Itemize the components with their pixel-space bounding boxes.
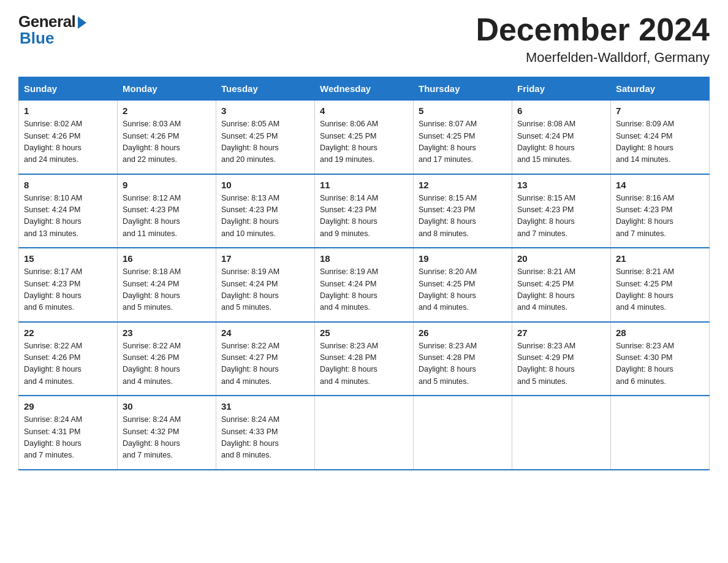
day-number: 30 xyxy=(123,401,211,412)
page-header: General Blue December 2024 Moerfelden-Wa… xyxy=(18,12,710,66)
calendar-cell xyxy=(512,396,611,470)
calendar-week-row: 29Sunrise: 8:24 AM Sunset: 4:31 PM Dayli… xyxy=(19,396,710,470)
day-number: 19 xyxy=(419,253,507,264)
day-number: 1 xyxy=(24,105,112,116)
day-info: Sunrise: 8:19 AM Sunset: 4:24 PM Dayligh… xyxy=(320,266,408,314)
calendar-cell: 15Sunrise: 8:17 AM Sunset: 4:23 PM Dayli… xyxy=(19,248,118,322)
day-info: Sunrise: 8:22 AM Sunset: 4:26 PM Dayligh… xyxy=(24,340,112,388)
day-info: Sunrise: 8:14 AM Sunset: 4:23 PM Dayligh… xyxy=(320,193,408,240)
calendar-cell: 26Sunrise: 8:23 AM Sunset: 4:28 PM Dayli… xyxy=(414,322,512,396)
calendar-cell: 16Sunrise: 8:18 AM Sunset: 4:24 PM Dayli… xyxy=(118,248,216,322)
day-info: Sunrise: 8:10 AM Sunset: 4:24 PM Dayligh… xyxy=(24,193,112,240)
calendar-cell: 10Sunrise: 8:13 AM Sunset: 4:23 PM Dayli… xyxy=(216,174,315,248)
day-info: Sunrise: 8:09 AM Sunset: 4:24 PM Dayligh… xyxy=(616,118,704,166)
day-number: 13 xyxy=(517,180,605,190)
day-number: 4 xyxy=(320,105,408,116)
day-number: 27 xyxy=(517,327,605,338)
day-number: 18 xyxy=(320,253,408,264)
calendar-cell: 14Sunrise: 8:16 AM Sunset: 4:23 PM Dayli… xyxy=(611,174,710,248)
calendar-cell: 23Sunrise: 8:22 AM Sunset: 4:26 PM Dayli… xyxy=(118,322,216,396)
day-info: Sunrise: 8:13 AM Sunset: 4:23 PM Dayligh… xyxy=(221,193,309,240)
day-number: 6 xyxy=(517,105,605,116)
day-number: 23 xyxy=(123,327,211,338)
calendar-cell: 24Sunrise: 8:22 AM Sunset: 4:27 PM Dayli… xyxy=(216,322,315,396)
calendar-cell: 21Sunrise: 8:21 AM Sunset: 4:25 PM Dayli… xyxy=(611,248,710,322)
title-block: December 2024 Moerfelden-Walldorf, Germa… xyxy=(476,12,710,66)
day-number: 16 xyxy=(123,253,211,264)
day-number: 3 xyxy=(221,105,309,116)
calendar-table: SundayMondayTuesdayWednesdayThursdayFrid… xyxy=(18,77,710,470)
day-info: Sunrise: 8:02 AM Sunset: 4:26 PM Dayligh… xyxy=(24,118,112,166)
day-number: 29 xyxy=(24,401,112,412)
day-info: Sunrise: 8:17 AM Sunset: 4:23 PM Dayligh… xyxy=(24,266,112,314)
calendar-week-row: 15Sunrise: 8:17 AM Sunset: 4:23 PM Dayli… xyxy=(19,248,710,322)
calendar-cell: 22Sunrise: 8:22 AM Sunset: 4:26 PM Dayli… xyxy=(19,322,118,396)
day-info: Sunrise: 8:22 AM Sunset: 4:27 PM Dayligh… xyxy=(221,340,309,388)
calendar-cell: 4Sunrise: 8:06 AM Sunset: 4:25 PM Daylig… xyxy=(315,101,414,174)
day-number: 31 xyxy=(221,401,309,412)
calendar-cell: 30Sunrise: 8:24 AM Sunset: 4:32 PM Dayli… xyxy=(118,396,216,470)
calendar-cell: 18Sunrise: 8:19 AM Sunset: 4:24 PM Dayli… xyxy=(315,248,414,322)
calendar-cell: 27Sunrise: 8:23 AM Sunset: 4:29 PM Dayli… xyxy=(512,322,611,396)
calendar-cell: 6Sunrise: 8:08 AM Sunset: 4:24 PM Daylig… xyxy=(512,101,611,174)
calendar-cell: 3Sunrise: 8:05 AM Sunset: 4:25 PM Daylig… xyxy=(216,101,315,174)
day-number: 12 xyxy=(419,180,507,190)
day-info: Sunrise: 8:23 AM Sunset: 4:28 PM Dayligh… xyxy=(419,340,507,388)
day-number: 15 xyxy=(24,253,112,264)
day-info: Sunrise: 8:22 AM Sunset: 4:26 PM Dayligh… xyxy=(123,340,211,388)
calendar-cell: 31Sunrise: 8:24 AM Sunset: 4:33 PM Dayli… xyxy=(216,396,315,470)
header-monday: Monday xyxy=(118,77,216,101)
header-saturday: Saturday xyxy=(611,77,710,101)
day-info: Sunrise: 8:07 AM Sunset: 4:25 PM Dayligh… xyxy=(419,118,507,166)
calendar-cell xyxy=(611,396,710,470)
day-number: 2 xyxy=(123,105,211,116)
calendar-cell: 29Sunrise: 8:24 AM Sunset: 4:31 PM Dayli… xyxy=(19,396,118,470)
calendar-cell: 2Sunrise: 8:03 AM Sunset: 4:26 PM Daylig… xyxy=(118,101,216,174)
day-info: Sunrise: 8:19 AM Sunset: 4:24 PM Dayligh… xyxy=(221,266,309,314)
day-info: Sunrise: 8:06 AM Sunset: 4:25 PM Dayligh… xyxy=(320,118,408,166)
day-number: 10 xyxy=(221,180,309,190)
day-number: 11 xyxy=(320,180,408,190)
day-number: 24 xyxy=(221,327,309,338)
logo-blue-text: Blue xyxy=(18,29,54,48)
day-info: Sunrise: 8:08 AM Sunset: 4:24 PM Dayligh… xyxy=(517,118,605,166)
calendar-cell xyxy=(315,396,414,470)
calendar-cell: 7Sunrise: 8:09 AM Sunset: 4:24 PM Daylig… xyxy=(611,101,710,174)
header-wednesday: Wednesday xyxy=(315,77,414,101)
header-friday: Friday xyxy=(512,77,611,101)
day-info: Sunrise: 8:15 AM Sunset: 4:23 PM Dayligh… xyxy=(517,193,605,240)
day-info: Sunrise: 8:23 AM Sunset: 4:28 PM Dayligh… xyxy=(320,340,408,388)
day-info: Sunrise: 8:05 AM Sunset: 4:25 PM Dayligh… xyxy=(221,118,309,166)
day-info: Sunrise: 8:23 AM Sunset: 4:29 PM Dayligh… xyxy=(517,340,605,388)
calendar-cell: 20Sunrise: 8:21 AM Sunset: 4:25 PM Dayli… xyxy=(512,248,611,322)
day-info: Sunrise: 8:21 AM Sunset: 4:25 PM Dayligh… xyxy=(616,266,704,314)
day-number: 21 xyxy=(616,253,704,264)
calendar-cell: 11Sunrise: 8:14 AM Sunset: 4:23 PM Dayli… xyxy=(315,174,414,248)
calendar-cell: 28Sunrise: 8:23 AM Sunset: 4:30 PM Dayli… xyxy=(611,322,710,396)
calendar-week-row: 1Sunrise: 8:02 AM Sunset: 4:26 PM Daylig… xyxy=(19,101,710,174)
day-info: Sunrise: 8:16 AM Sunset: 4:23 PM Dayligh… xyxy=(616,193,704,240)
day-info: Sunrise: 8:03 AM Sunset: 4:26 PM Dayligh… xyxy=(123,118,211,166)
calendar-cell: 19Sunrise: 8:20 AM Sunset: 4:25 PM Dayli… xyxy=(414,248,512,322)
day-info: Sunrise: 8:20 AM Sunset: 4:25 PM Dayligh… xyxy=(419,266,507,314)
calendar-cell: 1Sunrise: 8:02 AM Sunset: 4:26 PM Daylig… xyxy=(19,101,118,174)
day-info: Sunrise: 8:12 AM Sunset: 4:23 PM Dayligh… xyxy=(123,193,211,240)
day-number: 22 xyxy=(24,327,112,338)
logo-arrow-icon xyxy=(78,17,86,29)
header-thursday: Thursday xyxy=(414,77,512,101)
calendar-cell: 5Sunrise: 8:07 AM Sunset: 4:25 PM Daylig… xyxy=(414,101,512,174)
header-tuesday: Tuesday xyxy=(216,77,315,101)
day-number: 26 xyxy=(419,327,507,338)
calendar-cell: 25Sunrise: 8:23 AM Sunset: 4:28 PM Dayli… xyxy=(315,322,414,396)
calendar-header-row: SundayMondayTuesdayWednesdayThursdayFrid… xyxy=(19,77,710,101)
day-info: Sunrise: 8:24 AM Sunset: 4:31 PM Dayligh… xyxy=(24,414,112,462)
calendar-cell: 8Sunrise: 8:10 AM Sunset: 4:24 PM Daylig… xyxy=(19,174,118,248)
day-info: Sunrise: 8:15 AM Sunset: 4:23 PM Dayligh… xyxy=(419,193,507,240)
day-number: 7 xyxy=(616,105,704,116)
logo: General Blue xyxy=(18,12,86,48)
day-info: Sunrise: 8:21 AM Sunset: 4:25 PM Dayligh… xyxy=(517,266,605,314)
day-info: Sunrise: 8:24 AM Sunset: 4:32 PM Dayligh… xyxy=(123,414,211,462)
day-info: Sunrise: 8:23 AM Sunset: 4:30 PM Dayligh… xyxy=(616,340,704,388)
day-number: 25 xyxy=(320,327,408,338)
location-text: Moerfelden-Walldorf, Germany xyxy=(476,50,710,66)
